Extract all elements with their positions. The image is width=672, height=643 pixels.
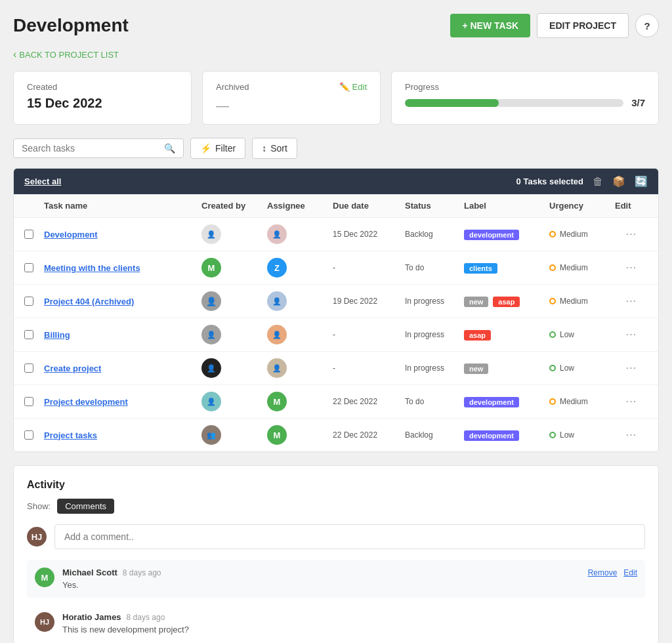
help-button[interactable]: ? <box>635 14 659 37</box>
row-checkbox[interactable] <box>24 263 33 272</box>
assignee-avatar: 👤 <box>267 325 333 344</box>
table-row: Billing 👤 👤 - In progress asap Low ··· <box>14 318 658 352</box>
remove-comment-button[interactable]: Remove <box>588 568 618 577</box>
labels: development <box>464 229 549 240</box>
row-edit-button[interactable]: ··· <box>615 295 648 307</box>
current-user-avatar: HJ <box>27 527 47 547</box>
created-by-avatar: 👤 <box>201 291 267 311</box>
row-edit-button[interactable]: ··· <box>615 329 648 341</box>
sort-button[interactable]: ↕ Sort <box>252 138 297 159</box>
urgency: Low <box>549 363 615 373</box>
archive-icon[interactable]: 📦 <box>612 175 625 188</box>
assignee-avatar: 👤 <box>267 224 333 244</box>
comment-body: Horatio James 8 days ago This is new dev… <box>62 612 637 634</box>
task-name-link[interactable]: Project tasks <box>44 430 201 440</box>
toolbar: 🔍 ⚡ Filter ↕ Sort <box>13 138 659 159</box>
row-edit-button[interactable]: ··· <box>615 262 648 274</box>
col-task-name: Task name <box>44 201 201 211</box>
urgency: Medium <box>549 397 615 406</box>
row-checkbox[interactable] <box>24 363 33 373</box>
table-header-bar: Select all 0 Tasks selected 🗑 📦 🔄 <box>14 169 658 194</box>
page-title: Development <box>13 15 129 36</box>
created-by-avatar: M <box>201 258 267 278</box>
comment-text: Yes. <box>62 580 637 590</box>
comment-actions: Remove Edit <box>588 568 637 577</box>
due-date: 15 Dec 2022 <box>333 230 405 239</box>
row-checkbox[interactable] <box>24 397 33 406</box>
urgency: Medium <box>549 230 615 239</box>
table-row: Meeting with the clients M Z - To do cli… <box>14 251 658 285</box>
search-box[interactable]: 🔍 <box>13 138 184 158</box>
filter-button[interactable]: ⚡ Filter <box>190 138 245 159</box>
progress-row: 3/7 <box>405 97 645 108</box>
col-checkbox <box>24 201 44 211</box>
labels: development <box>464 396 549 407</box>
archived-dash: — <box>216 98 367 114</box>
labels: new asap <box>464 296 549 307</box>
row-edit-button[interactable]: ··· <box>615 396 648 407</box>
urgency-dot <box>549 298 556 304</box>
urgency-dot <box>549 331 556 338</box>
table-header-actions: 0 Tasks selected 🗑 📦 🔄 <box>516 175 648 188</box>
urgency: Medium <box>549 297 615 306</box>
archived-edit-link[interactable]: ✏️ Edit <box>339 82 367 92</box>
assignee-avatar: M <box>267 425 333 445</box>
comment-input[interactable] <box>54 524 645 549</box>
row-edit-button[interactable]: ··· <box>615 429 648 441</box>
comment-time: 8 days ago <box>127 613 165 622</box>
row-checkbox[interactable] <box>24 330 33 339</box>
progress-label: Progress <box>405 82 645 92</box>
back-to-project-list-link[interactable]: BACK TO PROJECT LIST <box>13 49 119 60</box>
col-urgency: Urgency <box>549 201 615 211</box>
task-name-link[interactable]: Create project <box>44 363 201 373</box>
status: Backlog <box>405 430 464 440</box>
col-due-date: Due date <box>333 201 405 211</box>
assignee-avatar: 👤 <box>267 291 333 311</box>
table-row: Project tasks 👥 M 22 Dec 2022 Backlog de… <box>14 419 658 451</box>
task-name-link[interactable]: Development <box>44 230 201 239</box>
labels: clients <box>464 262 549 274</box>
due-date: - <box>333 330 405 339</box>
comment-avatar: HJ <box>35 612 54 632</box>
activity-section: Activity Show: Comments HJ M Michael Sco… <box>13 465 659 643</box>
task-name-link[interactable]: Meeting with the clients <box>44 263 201 273</box>
new-task-button[interactable]: + NEW TASK <box>450 14 530 37</box>
task-name-link[interactable]: Project 404 (Archived) <box>44 297 201 306</box>
table-row: Project 404 (Archived) 👤 👤 19 Dec 2022 I… <box>14 285 658 318</box>
created-by-avatar: 👤 <box>201 358 267 378</box>
table-row: Create project 👤 👤 - In progress new Low… <box>14 352 658 385</box>
filter-icon: ⚡ <box>200 143 211 154</box>
urgency-dot <box>549 365 556 371</box>
created-by-avatar: 👥 <box>201 425 267 445</box>
assignee-avatar: M <box>267 392 333 411</box>
task-name-link[interactable]: Billing <box>44 330 201 340</box>
labels: development <box>464 430 549 441</box>
row-checkbox[interactable] <box>24 430 33 440</box>
activity-filter-row: Show: Comments <box>27 499 645 514</box>
comments-filter-button[interactable]: Comments <box>57 499 114 514</box>
row-edit-button[interactable]: ··· <box>615 362 648 374</box>
comment-author-row: Michael Scott 8 days ago Remove Edit <box>62 568 637 577</box>
urgency: Low <box>549 430 615 440</box>
row-checkbox[interactable] <box>24 230 33 239</box>
delete-icon[interactable]: 🗑 <box>593 176 603 188</box>
task-name-link[interactable]: Project development <box>44 397 201 407</box>
sort-icon: ↕ <box>262 143 266 154</box>
edit-project-button[interactable]: EDIT PROJECT <box>537 13 629 38</box>
restore-icon[interactable]: 🔄 <box>635 175 648 188</box>
created-label: Created <box>27 82 178 92</box>
row-edit-button[interactable]: ··· <box>615 228 648 240</box>
due-date: 22 Dec 2022 <box>333 430 405 440</box>
status: To do <box>405 397 464 406</box>
status: Backlog <box>405 230 464 239</box>
row-checkbox[interactable] <box>24 297 33 306</box>
status: In progress <box>405 363 464 373</box>
edit-comment-button[interactable]: Edit <box>623 568 637 577</box>
task-table: Select all 0 Tasks selected 🗑 📦 🔄 Task n… <box>13 168 659 452</box>
search-input[interactable] <box>22 143 159 154</box>
urgency: Medium <box>549 263 615 272</box>
urgency-dot <box>549 231 556 238</box>
progress-bar-fill <box>405 99 499 107</box>
comment-avatar: M <box>35 568 54 587</box>
select-all-button[interactable]: Select all <box>24 176 61 186</box>
